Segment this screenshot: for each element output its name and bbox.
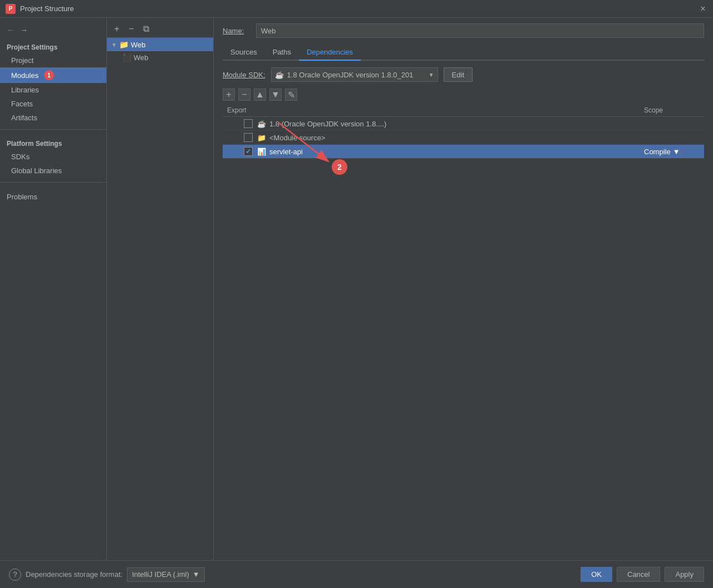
- name-label: Name:: [223, 27, 250, 35]
- sidebar-facets-label: Facets: [11, 100, 33, 108]
- right-panel: Name: Sources Paths Dependencies Module …: [214, 18, 713, 560]
- dep-checkbox-servlet-api[interactable]: ✓: [244, 147, 253, 156]
- svg-text:2: 2: [337, 163, 342, 171]
- bottom-right: OK Cancel Apply: [581, 567, 704, 582]
- sidebar-libraries-label: Libraries: [11, 86, 39, 94]
- sidebar-item-libraries[interactable]: Libraries: [0, 83, 106, 97]
- storage-value: IntelliJ IDEA (.iml): [132, 570, 189, 579]
- sidebar-divider-2: [0, 182, 106, 183]
- tree-child-item[interactable]: ⬛ Web: [107, 51, 213, 64]
- dep-name-servlet-api: 📊 servlet-api: [257, 148, 644, 156]
- dep-move-up-button[interactable]: ▲: [254, 89, 266, 101]
- tab-paths[interactable]: Paths: [265, 45, 299, 61]
- tree-add-button[interactable]: +: [111, 23, 122, 35]
- sdk-label: Module SDK:: [223, 71, 265, 79]
- dep-table-header: Export Scope: [223, 104, 704, 117]
- dep-row-servlet-api[interactable]: ✓ 📊 servlet-api Compile ▼: [223, 145, 704, 159]
- help-button[interactable]: ?: [9, 569, 21, 581]
- storage-select[interactable]: IntelliJ IDEA (.iml) ▼: [127, 567, 204, 582]
- module-source-icon: 📁: [257, 134, 266, 142]
- dep-row-jdk[interactable]: ☕ 1.8 (Oracle OpenJDK version 1.8....): [223, 117, 704, 131]
- web-icon: ⬛: [122, 53, 131, 62]
- expand-chevron: ▼: [111, 42, 117, 48]
- bottom-bar: ? Dependencies storage format: IntelliJ …: [0, 560, 713, 588]
- back-arrow[interactable]: ←: [7, 26, 14, 35]
- sdk-dropdown-arrow: ▼: [429, 72, 434, 78]
- close-button[interactable]: ×: [699, 4, 707, 13]
- cancel-button[interactable]: Cancel: [617, 567, 660, 582]
- dep-move-down-button[interactable]: ▼: [269, 89, 282, 101]
- title-bar: P Project Structure ×: [0, 0, 713, 18]
- tree-root-label: Web: [131, 41, 146, 49]
- dep-header-name: [272, 106, 644, 114]
- sidebar-artifacts-label: Artifacts: [11, 114, 37, 122]
- svg-point-2: [332, 159, 347, 175]
- check-icon: ✓: [245, 148, 251, 155]
- sdk-row: Module SDK: ☕ 1.8 Oracle OpenJDK version…: [223, 67, 704, 82]
- sidebar-nav-arrows: ← →: [0, 22, 106, 38]
- sidebar-item-modules[interactable]: Modules 1: [0, 67, 106, 83]
- tab-dependencies[interactable]: Dependencies: [299, 45, 361, 61]
- apply-button[interactable]: Apply: [665, 567, 704, 582]
- folder-icon: 📁: [119, 40, 129, 49]
- dep-name-module-source: 📁 <Module source>: [257, 134, 644, 142]
- storage-row: Dependencies storage format: IntelliJ ID…: [26, 567, 205, 582]
- sdk-java-icon: ☕: [275, 71, 284, 79]
- project-settings-header: Project Settings: [0, 38, 106, 53]
- tree-remove-button[interactable]: −: [126, 23, 137, 35]
- platform-settings-header: Platform Settings: [0, 134, 106, 150]
- dep-header-scope: Scope: [644, 106, 700, 114]
- tree-toolbar: + − ⧉: [107, 20, 213, 38]
- servlet-api-icon: 📊: [257, 148, 266, 156]
- storage-arrow: ▼: [193, 570, 200, 579]
- tree-child-label: Web: [134, 53, 149, 62]
- sidebar-project-label: Project: [11, 56, 33, 65]
- window-title: Project Structure: [20, 4, 74, 13]
- sdk-edit-button[interactable]: Edit: [444, 67, 473, 82]
- annotation-container: ☕ 1.8 (Oracle OpenJDK version 1.8....) 📁…: [223, 117, 704, 555]
- sidebar-item-facets[interactable]: Facets: [0, 97, 106, 111]
- dep-header-export: Export: [227, 106, 272, 114]
- dep-checkbox-jdk[interactable]: [244, 119, 253, 128]
- dep-scope-servlet-api[interactable]: Compile ▼: [644, 148, 700, 156]
- forward-arrow[interactable]: →: [20, 26, 28, 35]
- dep-toolbar: + − ▲ ▼ ✎: [223, 89, 704, 101]
- sidebar-divider: [0, 129, 106, 130]
- main-container: ← → Project Settings Project Modules 1 L…: [0, 18, 713, 560]
- app-icon: P: [6, 4, 16, 14]
- sidebar-item-project[interactable]: Project: [0, 53, 106, 67]
- dep-row-module-source[interactable]: 📁 <Module source>: [223, 131, 704, 145]
- tree-copy-button[interactable]: ⧉: [140, 23, 151, 35]
- name-input[interactable]: [256, 23, 704, 38]
- sidebar-problems-label: Problems: [7, 193, 37, 201]
- sidebar-item-artifacts[interactable]: Artifacts: [0, 111, 106, 125]
- sidebar-modules-label: Modules: [11, 71, 38, 80]
- dep-add-button[interactable]: +: [223, 89, 235, 101]
- name-row: Name:: [223, 23, 704, 38]
- sidebar: ← → Project Settings Project Modules 1 L…: [0, 18, 107, 560]
- sdk-value: 1.8 Oracle OpenJDK version 1.8.0_201: [287, 71, 425, 79]
- dep-checkbox-module-source[interactable]: [244, 133, 253, 142]
- bottom-left: ? Dependencies storage format: IntelliJ …: [9, 567, 205, 582]
- tabs: Sources Paths Dependencies: [223, 45, 704, 61]
- scope-dropdown-arrow: ▼: [673, 148, 680, 156]
- storage-label: Dependencies storage format:: [26, 570, 122, 579]
- tree-root-item[interactable]: ▼ 📁 Web: [107, 38, 213, 51]
- module-tree: + − ⧉ ▼ 📁 Web ⬛ Web: [107, 18, 214, 560]
- sdk-dropdown[interactable]: ☕ 1.8 Oracle OpenJDK version 1.8.0_201 ▼: [271, 67, 438, 82]
- tab-sources[interactable]: Sources: [223, 45, 265, 61]
- content-panels: + − ⧉ ▼ 📁 Web ⬛ Web Name:: [107, 18, 713, 560]
- ok-button[interactable]: OK: [581, 567, 612, 582]
- title-bar-left: P Project Structure: [6, 4, 74, 14]
- jdk-icon: ☕: [257, 120, 266, 128]
- sidebar-item-sdks[interactable]: SDKs: [0, 150, 106, 164]
- dep-name-jdk: ☕ 1.8 (Oracle OpenJDK version 1.8....): [257, 120, 644, 128]
- sidebar-item-global-libraries[interactable]: Global Libraries: [0, 164, 106, 178]
- sidebar-global-libraries-label: Global Libraries: [11, 166, 62, 175]
- sidebar-item-problems[interactable]: Problems: [0, 189, 106, 203]
- dep-remove-button[interactable]: −: [238, 89, 250, 101]
- sidebar-sdks-label: SDKs: [11, 153, 29, 161]
- dep-edit-button[interactable]: ✎: [285, 89, 297, 101]
- modules-badge: 1: [44, 70, 54, 80]
